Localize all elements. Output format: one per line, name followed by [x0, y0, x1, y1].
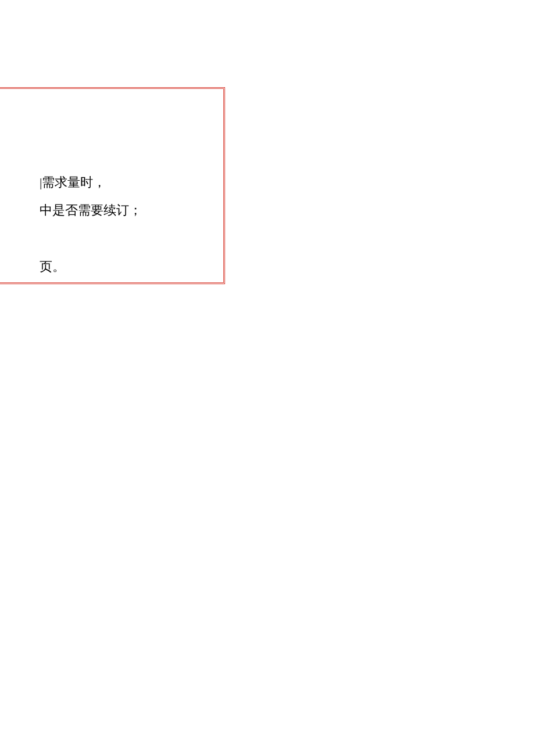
text-line-2: 中是否需要续订； [40, 196, 142, 224]
text-line-1: |需求量时， [40, 169, 142, 196]
text-line-3: 页。 [40, 253, 142, 281]
document-text-block: |需求量时， 中是否需要续订； 页。 [40, 169, 142, 281]
